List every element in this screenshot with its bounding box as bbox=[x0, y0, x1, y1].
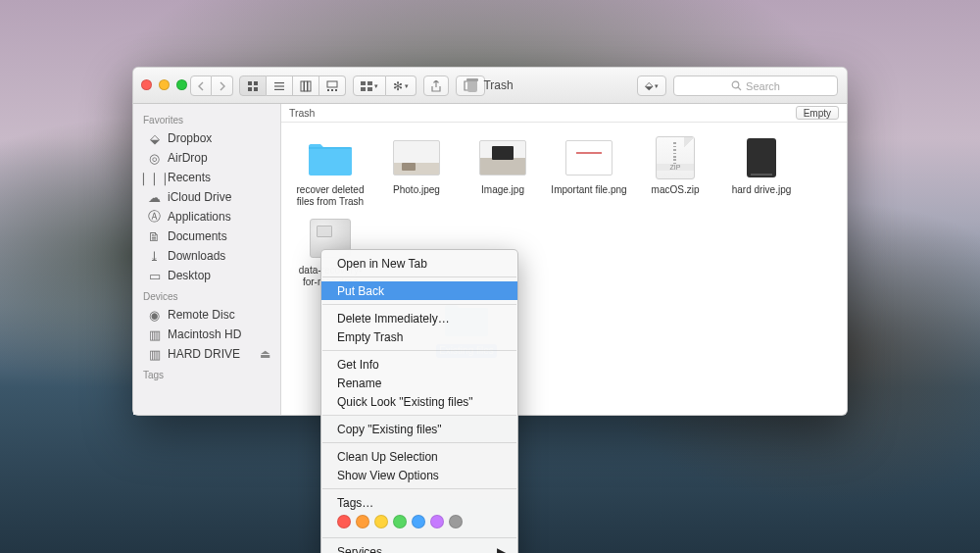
cloud-icon: ☁ bbox=[147, 190, 162, 205]
file-item[interactable]: recover deleted files from Trash bbox=[287, 132, 373, 213]
sidebar-item-label: Documents bbox=[168, 229, 227, 243]
context-menu-item[interactable]: Get Info bbox=[321, 355, 517, 374]
sidebar-item-documents[interactable]: 🗎Documents bbox=[133, 226, 280, 246]
desktop-icon: ▭ bbox=[147, 269, 162, 283]
doc-icon: 🗎 bbox=[147, 229, 162, 244]
context-menu-item[interactable]: Put Back bbox=[321, 281, 517, 300]
sidebar-item-label: Desktop bbox=[168, 269, 211, 282]
empty-trash-button[interactable]: Empty bbox=[796, 106, 839, 120]
tag-color-dot[interactable] bbox=[393, 515, 407, 528]
window-title-text: Trash bbox=[483, 78, 513, 92]
menu-separator bbox=[322, 442, 516, 443]
download-icon: ⤓ bbox=[147, 249, 162, 264]
menu-separator bbox=[322, 488, 516, 489]
clock-icon: ❘❘❘ bbox=[147, 171, 162, 185]
sidebar-item-airdrop[interactable]: ◎AirDrop bbox=[133, 148, 280, 168]
context-menu-item[interactable]: Show View Options bbox=[321, 466, 517, 484]
chevron-right-icon: ▶ bbox=[497, 545, 506, 553]
context-menu-services[interactable]: Services▶ bbox=[321, 542, 517, 553]
menu-separator bbox=[322, 276, 516, 277]
dropbox-icon: ⬙ bbox=[147, 131, 162, 146]
sidebar-item-macintosh-hd[interactable]: ▥Macintosh HD bbox=[133, 325, 280, 344]
path-location: Trash bbox=[289, 107, 315, 119]
sidebar-item-applications[interactable]: ⒶApplications bbox=[133, 207, 280, 226]
sidebar-item-recents[interactable]: ❘❘❘Recents bbox=[133, 168, 280, 187]
sidebar-item-label: Dropbox bbox=[168, 131, 212, 145]
file-item[interactable]: macOS.zip bbox=[632, 132, 718, 213]
disc-icon: ◉ bbox=[147, 308, 162, 323]
sidebar-heading: Devices bbox=[133, 285, 280, 305]
hdd-icon: ▥ bbox=[147, 327, 162, 342]
folder-icon bbox=[305, 136, 356, 179]
menu-separator bbox=[322, 415, 516, 416]
context-menu-item[interactable]: Rename bbox=[321, 374, 517, 392]
thumb-photo-icon bbox=[391, 136, 442, 179]
file-label: Important file.png bbox=[548, 183, 629, 197]
titlebar: ▾ ✻▾ ⬙▾ Search Trash bbox=[133, 68, 847, 104]
hdd-icon bbox=[736, 136, 787, 179]
apps-icon: Ⓐ bbox=[147, 210, 162, 225]
context-menu-item[interactable]: Delete Immediately… bbox=[321, 309, 517, 327]
thumb-image-icon bbox=[477, 136, 528, 179]
menu-separator bbox=[322, 537, 516, 538]
context-menu-item[interactable]: Empty Trash bbox=[321, 327, 517, 346]
sidebar-item-remote-disc[interactable]: ◉Remote Disc bbox=[133, 305, 280, 325]
context-menu-item[interactable]: Copy "Existing files" bbox=[321, 420, 517, 438]
sidebar-item-icloud-drive[interactable]: ☁iCloud Drive bbox=[133, 187, 280, 207]
tag-color-dot[interactable] bbox=[356, 515, 369, 528]
airdrop-icon: ◎ bbox=[147, 151, 162, 166]
file-item[interactable]: Image.jpg bbox=[460, 132, 546, 213]
window-title: Trash bbox=[133, 78, 847, 92]
sidebar-item-label: Recents bbox=[168, 171, 211, 184]
tag-color-dot[interactable] bbox=[430, 515, 444, 528]
tag-color-dot[interactable] bbox=[374, 515, 388, 528]
tag-color-dot[interactable] bbox=[412, 515, 425, 528]
trash-icon bbox=[466, 78, 478, 92]
context-menu-item[interactable]: Tags… bbox=[321, 493, 517, 512]
file-label: recover deleted files from Trash bbox=[289, 183, 371, 209]
context-menu-item[interactable]: Clean Up Selection bbox=[321, 447, 517, 466]
sidebar-item-desktop[interactable]: ▭Desktop bbox=[133, 266, 280, 285]
context-menu: Open in New TabPut BackDelete Immediatel… bbox=[320, 249, 518, 553]
sidebar-item-downloads[interactable]: ⤓Downloads bbox=[133, 246, 280, 266]
sidebar-item-hard-drive[interactable]: ▥HARD DRIVE⏏ bbox=[133, 344, 280, 364]
file-label: macOS.zip bbox=[649, 183, 703, 197]
services-label: Services bbox=[337, 545, 382, 553]
context-menu-item[interactable]: Open in New Tab bbox=[321, 254, 517, 273]
sidebar: Favorites⬙Dropbox◎AirDrop❘❘❘Recents☁iClo… bbox=[133, 104, 281, 415]
sidebar-heading: Tags bbox=[133, 364, 280, 383]
menu-separator bbox=[322, 304, 516, 305]
sidebar-item-label: HARD DRIVE bbox=[168, 347, 240, 361]
context-menu-item[interactable]: Quick Look "Existing files" bbox=[321, 392, 517, 411]
file-label: Image.jpg bbox=[478, 183, 527, 197]
file-label: Photo.jpeg bbox=[390, 183, 443, 197]
zip-icon bbox=[650, 136, 701, 179]
tag-color-dot[interactable] bbox=[449, 515, 463, 528]
sidebar-item-label: iCloud Drive bbox=[168, 190, 231, 204]
file-item[interactable]: Photo.jpeg bbox=[373, 132, 460, 213]
file-item[interactable]: Important file.png bbox=[546, 132, 632, 213]
menu-separator bbox=[322, 350, 516, 351]
sidebar-item-label: Macintosh HD bbox=[168, 327, 241, 341]
pathbar: Trash Empty bbox=[281, 104, 847, 123]
thumb-blank-icon bbox=[564, 136, 614, 179]
sidebar-item-label: Applications bbox=[168, 210, 231, 224]
file-label: hard drive.jpg bbox=[729, 183, 795, 197]
tag-color-dot[interactable] bbox=[337, 515, 351, 528]
tags-row bbox=[321, 512, 517, 533]
sidebar-item-label: AirDrop bbox=[168, 151, 208, 165]
hdd-icon: ▥ bbox=[147, 347, 162, 362]
sidebar-item-label: Remote Disc bbox=[168, 308, 235, 322]
sidebar-item-dropbox[interactable]: ⬙Dropbox bbox=[133, 128, 280, 148]
sidebar-heading: Favorites bbox=[133, 109, 280, 128]
file-item[interactable]: hard drive.jpg bbox=[718, 132, 805, 213]
sidebar-item-label: Downloads bbox=[168, 249, 225, 263]
eject-icon[interactable]: ⏏ bbox=[260, 347, 270, 361]
